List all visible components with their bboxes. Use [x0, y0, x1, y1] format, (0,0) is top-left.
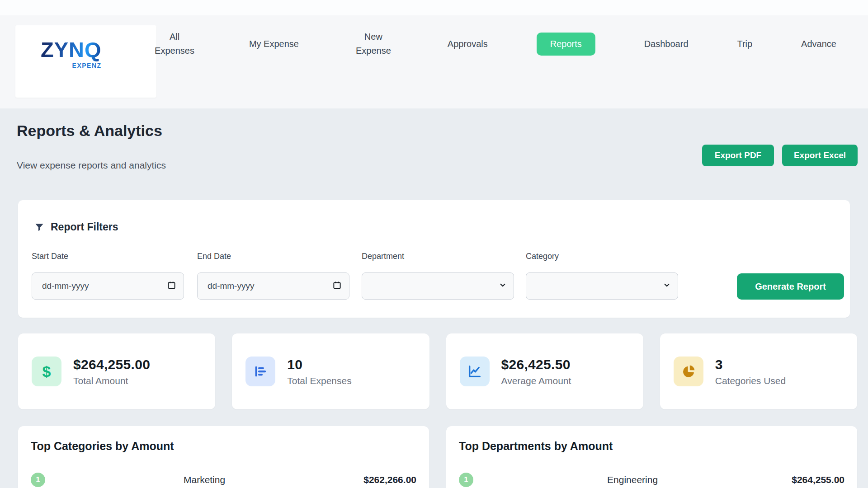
- nav-item-new-expense[interactable]: New Expense: [348, 30, 399, 58]
- line-chart-icon: [460, 357, 490, 386]
- report-filters-title: Report Filters: [51, 221, 118, 233]
- export-excel-button[interactable]: Export Excel: [782, 145, 858, 166]
- bar-chart-icon: [245, 357, 275, 386]
- end-date-label: End Date: [197, 252, 231, 261]
- brand-subname: EXPENZ: [41, 62, 102, 69]
- start-date-input[interactable]: [32, 272, 184, 300]
- top-departments-title: Top Departments by Amount: [459, 440, 844, 453]
- category-label: Category: [526, 252, 559, 261]
- stat-label: Total Amount: [73, 375, 150, 386]
- report-filters-header: Report Filters: [34, 221, 118, 233]
- top-categories-card: Top Categories by Amount 1 Marketing $26…: [18, 426, 429, 488]
- stat-label: Average Amount: [501, 375, 571, 386]
- stat-value: 10: [287, 357, 351, 372]
- top-departments-card: Top Departments by Amount 1 Engineering …: [446, 426, 857, 488]
- category-field: [526, 272, 678, 300]
- dollar-icon: $: [32, 357, 61, 386]
- brand-name: ZYNQ: [41, 37, 102, 62]
- department-label: Department: [362, 252, 404, 261]
- stat-card-total-amount: $ $264,255.00 Total Amount: [18, 333, 215, 409]
- department-amount: $264,255.00: [792, 474, 844, 485]
- stat-label: Total Expenses: [287, 375, 351, 386]
- start-date-field: [32, 272, 184, 300]
- pie-chart-icon: [674, 357, 703, 386]
- export-pdf-button[interactable]: Export PDF: [702, 145, 774, 166]
- stat-value: 3: [715, 357, 786, 372]
- page-title: Reports & Analytics: [17, 122, 162, 140]
- stat-value: $264,255.00: [73, 357, 150, 372]
- department-field: [362, 272, 514, 300]
- nav-item-dashboard[interactable]: Dashboard: [644, 37, 689, 51]
- top-categories-title: Top Categories by Amount: [31, 440, 416, 453]
- top-strip: [0, 0, 868, 15]
- app-header: ZYNQ EXPENZ All Expenses My Expense New …: [0, 15, 868, 108]
- category-amount: $262,266.00: [363, 474, 416, 485]
- nav-item-all-expenses[interactable]: All Expenses: [149, 30, 200, 58]
- generate-report-button[interactable]: Generate Report: [737, 273, 844, 300]
- list-item: 1 Engineering $264,255.00: [459, 473, 844, 487]
- nav-item-advance[interactable]: Advance: [801, 37, 836, 51]
- nav-item-reports-active[interactable]: Reports: [537, 33, 595, 56]
- start-date-label: Start Date: [32, 252, 68, 261]
- department-select[interactable]: [362, 272, 514, 300]
- nav-item-approvals[interactable]: Approvals: [448, 37, 488, 51]
- content-area: Reports & Analytics View expense reports…: [0, 108, 868, 488]
- page-subtitle: View expense reports and analytics: [17, 160, 166, 171]
- list-item: 1 Marketing $262,266.00: [31, 473, 416, 487]
- nav-item-my-expense[interactable]: My Expense: [249, 37, 299, 51]
- stat-card-categories-used: 3 Categories Used: [660, 333, 857, 409]
- category-name: Marketing: [45, 474, 363, 485]
- brand-logo-card[interactable]: ZYNQ EXPENZ: [15, 25, 156, 98]
- main-nav: All Expenses My Expense New Expense Appr…: [149, 15, 836, 72]
- rank-badge: 1: [459, 473, 473, 487]
- report-filters-card: Report Filters Start Date End Date Depar…: [18, 200, 850, 318]
- rank-badge: 1: [31, 473, 45, 487]
- end-date-input[interactable]: [197, 272, 349, 300]
- stat-value: $26,425.50: [501, 357, 571, 372]
- stat-label: Categories Used: [715, 375, 786, 386]
- stat-card-average-amount: $26,425.50 Average Amount: [446, 333, 643, 409]
- stats-row: $ $264,255.00 Total Amount 10 Total Expe…: [18, 333, 857, 409]
- end-date-field: [197, 272, 349, 300]
- category-select[interactable]: [526, 272, 678, 300]
- brand-logo: ZYNQ EXPENZ: [41, 37, 102, 69]
- nav-item-trip[interactable]: Trip: [737, 37, 752, 51]
- filter-funnel-icon: [34, 222, 44, 232]
- stat-card-total-expenses: 10 Total Expenses: [232, 333, 429, 409]
- department-name: Engineering: [473, 474, 792, 485]
- top-lists-row: Top Categories by Amount 1 Marketing $26…: [18, 426, 857, 488]
